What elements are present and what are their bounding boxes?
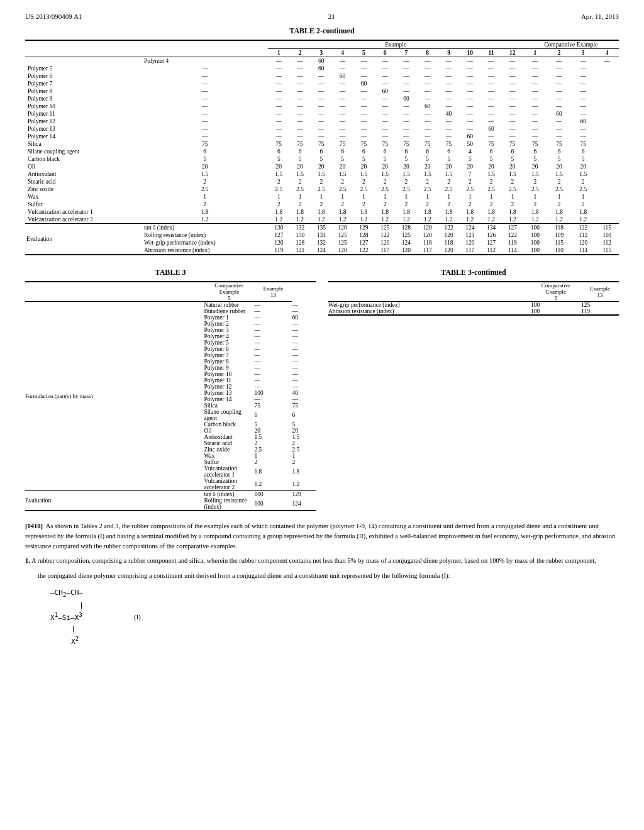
cell-value: 1.2: [289, 216, 311, 224]
eval-cell-value: 120: [332, 246, 353, 255]
cell-value: 1.2: [292, 478, 316, 491]
eval-cell-value: 121: [459, 231, 480, 239]
cell-value: 20: [523, 163, 547, 170]
cell-value: 75: [438, 140, 460, 148]
cell-value: 1: [254, 453, 292, 459]
cell-value: 75: [311, 140, 332, 148]
eval-cell-value: 119: [268, 246, 289, 255]
cell-value: 100: [254, 390, 292, 396]
eval-cell-value: 121: [289, 246, 311, 255]
row-label: Abrasion resistance (index): [328, 308, 531, 315]
eval-cell-value: 126: [480, 231, 502, 239]
eval-cell-value: 117: [374, 246, 396, 255]
cell-value: —: [332, 65, 353, 72]
cell-value: —: [502, 118, 523, 125]
cell-value: 1.8: [459, 208, 480, 216]
cell-value: 2: [353, 178, 375, 185]
header-left: US 2013/090409 A1: [25, 13, 82, 20]
table-row: Evaluationtan δ (index)13013213512612912…: [25, 224, 619, 232]
cell-value: 5: [332, 155, 353, 163]
row-label: Stearic acid: [204, 440, 254, 446]
cell-value: 75: [353, 140, 375, 148]
cell-value: 1.8: [353, 208, 375, 216]
formula-box: —CH2—CH— —CH₂—CH| X1—Si—X3 X¹—Si| X¹—SiX…: [50, 587, 84, 648]
cell-value: 20: [353, 163, 375, 170]
cell-value: 5: [374, 155, 396, 163]
cell-value: —: [311, 95, 332, 102]
row-label: Vulcanization accelerator 2: [204, 478, 254, 491]
table-row: Wet-grip performance (index)100125: [328, 302, 619, 309]
cell-value: —: [438, 80, 460, 87]
eval-cell-value: 122: [438, 224, 460, 232]
cell-value: 2: [374, 201, 396, 208]
cell-value: 1.8: [480, 208, 502, 216]
cell-value: 1.5: [311, 170, 332, 178]
cell-value: —: [292, 377, 316, 384]
table-row: Polymer 14——————————60—————: [25, 133, 619, 140]
cell-value: 1: [374, 193, 396, 201]
formula-number: (I): [134, 612, 141, 622]
cell-value: 1.2: [438, 216, 460, 224]
cell-value: —: [289, 125, 311, 133]
eval-cell-value: 122: [353, 246, 375, 255]
cell-value: —: [523, 110, 547, 118]
eval-cell-value: 115: [595, 224, 619, 232]
cell-value: 1.2: [571, 216, 595, 224]
cell-value: —: [292, 384, 316, 390]
row-label: Oil: [204, 428, 254, 434]
cell-value: 1.8: [332, 208, 353, 216]
cell-value: —: [374, 110, 396, 118]
row-label: Polymer 5: [25, 65, 142, 72]
cell-value: —: [547, 57, 571, 65]
cell-value: 6: [254, 409, 292, 421]
cell-value: —: [571, 80, 595, 87]
cell-value: 1.2: [502, 216, 523, 224]
cell-value: 2.5: [417, 185, 438, 193]
eval-cell-value: 109: [547, 231, 571, 239]
cell-value: 5: [292, 421, 316, 428]
cell-value: —: [480, 87, 502, 95]
cell-value: 2: [438, 201, 460, 208]
cell-value: 60: [311, 57, 332, 65]
table-row: Polymer 6————60———————————: [25, 72, 619, 80]
row-label: Polymer 10: [25, 102, 142, 110]
row-label: Polymer 13: [25, 125, 142, 133]
eval-cell-value: 125: [396, 231, 417, 239]
cell-value: —: [374, 125, 396, 133]
table2: Example Comparative Example 1 2 3 4 5 6 …: [25, 40, 619, 255]
table2-header-row1: Example Comparative Example: [25, 40, 619, 49]
eval-cell-value: 122: [502, 231, 523, 239]
paragraph-0410: [0410] As shown in Tables 2 and 3, the r…: [25, 521, 619, 551]
row-label: Wax: [25, 193, 142, 201]
cell-value: —: [396, 102, 417, 110]
cell-value: 20: [571, 163, 595, 170]
row-label: Polymer 10: [204, 371, 254, 377]
cell-value: 1.8: [142, 208, 268, 216]
table-row: Polymer 8——————60—————————: [25, 87, 619, 95]
cell-value: —: [438, 125, 460, 133]
eval-cell-value: 110: [547, 246, 571, 255]
cell-value: 2: [142, 201, 268, 208]
row-label: Polymer 13: [204, 390, 254, 396]
cell-value: 75: [523, 140, 547, 148]
cell-value: —: [523, 87, 547, 95]
claim1-para: 1. A rubber composition, comprising a ru…: [25, 556, 619, 566]
cell-value: 2: [396, 178, 417, 185]
cell-value: 2: [311, 178, 332, 185]
table3-left: ComparativeExample5 Example13 Formulatio…: [25, 281, 316, 511]
table-row: Formulation (part(s) by mass)Natural rub…: [25, 302, 316, 309]
cell-value: 125: [581, 302, 619, 309]
cell-value: —: [289, 102, 311, 110]
row-label: Polymer 14: [25, 133, 142, 140]
cell-value: —: [417, 110, 438, 118]
cell-value: —: [292, 371, 316, 377]
cell-value: 1.8: [254, 465, 292, 478]
eval-cell-value: 125: [374, 224, 396, 232]
cell-value: —: [459, 110, 480, 118]
cell-value: 2: [480, 178, 502, 185]
cell-value: 2.5: [268, 185, 289, 193]
eval-cell-value: 126: [332, 224, 353, 232]
cell-value: 20: [268, 163, 289, 170]
cell-value: —: [292, 346, 316, 352]
table3-right-section: TABLE 3-continued ComparativeExample5 Ex…: [328, 268, 619, 511]
